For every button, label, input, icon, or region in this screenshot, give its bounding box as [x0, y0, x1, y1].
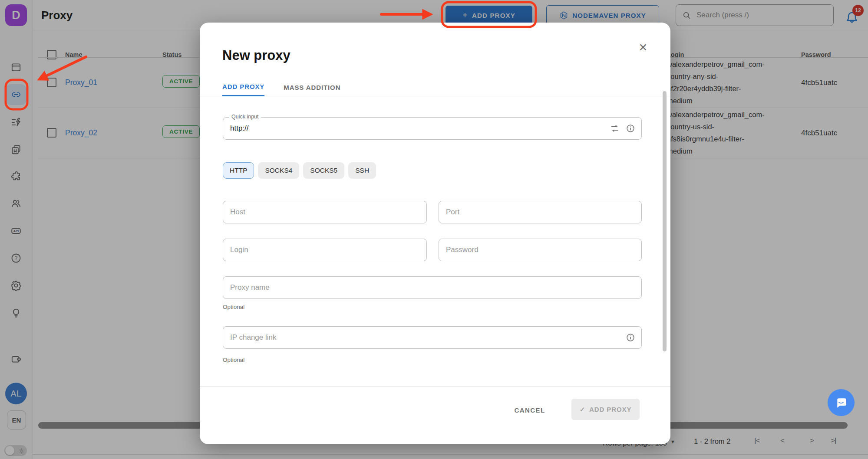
protocol-selector: HTTP SOCKS4 SOCKS5 SSH: [223, 162, 376, 179]
check-icon: ✓: [580, 406, 585, 413]
quick-input-field[interactable]: Quick input: [223, 117, 642, 140]
login-field[interactable]: [223, 239, 427, 261]
port-input[interactable]: [439, 201, 641, 223]
proxy-name-field[interactable]: [223, 276, 642, 299]
modal-footer-divider: [200, 386, 670, 387]
proxy-name-input[interactable]: [223, 277, 641, 298]
cancel-button[interactable]: CANCEL: [504, 403, 556, 416]
close-icon[interactable]: ✕: [636, 40, 650, 55]
ip-change-link-input[interactable]: [223, 327, 641, 348]
host-input[interactable]: [223, 201, 426, 223]
protocol-http-button[interactable]: HTTP: [223, 162, 254, 179]
info-icon[interactable]: [626, 333, 635, 342]
password-input[interactable]: [439, 239, 641, 261]
quick-input-label: Quick input: [229, 114, 261, 120]
quick-input[interactable]: [223, 118, 641, 139]
ip-change-link-field[interactable]: [223, 326, 642, 349]
tab-add-proxy[interactable]: ADD PROXY: [222, 78, 264, 96]
chat-bubble-icon: [834, 395, 848, 410]
submit-button-label: ADD PROXY: [589, 406, 631, 413]
modal-tabs: ADD PROXY MASS ADDITION: [200, 78, 670, 96]
chat-widget-button[interactable]: [828, 389, 855, 416]
password-field[interactable]: [439, 239, 642, 261]
protocol-socks5-button[interactable]: SOCKS5: [303, 162, 344, 179]
protocol-ssh-button[interactable]: SSH: [348, 162, 376, 179]
new-proxy-modal: ✕ New proxy ADD PROXY MASS ADDITION Quic…: [200, 23, 670, 444]
modal-scrollbar[interactable]: [663, 91, 667, 351]
submit-add-proxy-button[interactable]: ✓ ADD PROXY: [571, 399, 640, 420]
app-root: D API ?: [0, 0, 868, 459]
optional-hint: Optional: [223, 357, 244, 363]
modal-title: New proxy: [222, 48, 290, 63]
protocol-socks4-button[interactable]: SOCKS4: [258, 162, 299, 179]
tab-mass-addition[interactable]: MASS ADDITION: [284, 78, 340, 96]
login-input[interactable]: [223, 239, 426, 261]
swap-icon[interactable]: [610, 124, 620, 133]
host-field[interactable]: [223, 201, 427, 223]
optional-hint: Optional: [223, 304, 244, 310]
port-field[interactable]: [439, 201, 642, 223]
info-icon[interactable]: [626, 124, 635, 133]
